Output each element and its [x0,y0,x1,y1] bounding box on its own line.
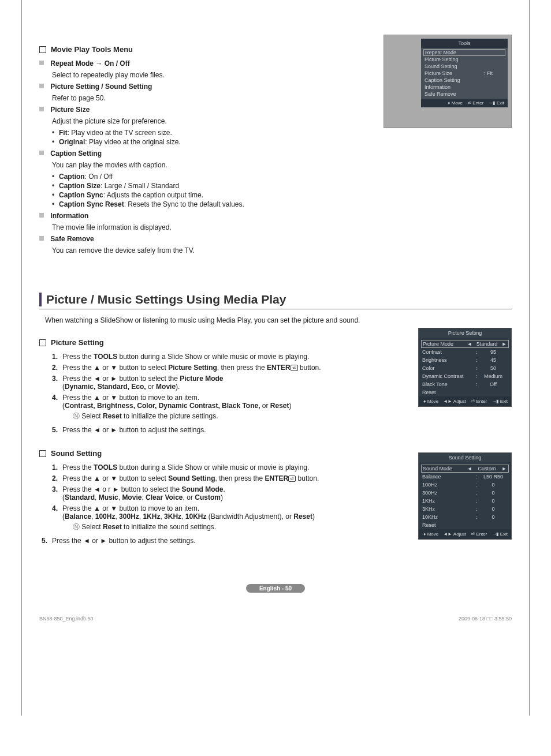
item-picture-sound-setting: Picture Setting / Sound Setting [39,83,372,91]
square-bullet-icon [39,107,44,111]
tools-osd: Tools Repeat Mode Picture Setting Sound … [421,39,508,107]
enter-hint: ⏎ Enter [467,100,483,106]
osd-row: Balance:L50 R50 [419,473,511,481]
osd-row: Picture Size:Fit [421,70,508,77]
osd-row: Dynamic Contrast:Medium [419,372,511,380]
osd-title: Sound Setting [419,453,511,462]
right-arrow-icon: ► [501,466,507,471]
exit-hint: →▮ Exit [492,532,508,537]
osd-row: Contrast:95 [419,348,511,356]
exit-hint: →▮ Exit [492,399,508,404]
enter-icon: ⏎ [291,365,298,371]
list-item: 3.Press the ◄ or ► button to select the … [52,375,407,391]
item-title: Picture Size [50,106,90,114]
item-caption-setting: Caption Setting [39,149,372,158]
osd-row: 3KHz:0 [419,505,511,513]
heading-text: Sound Setting [51,449,102,458]
osd-footer: ♦ Move ◄► Adjust ⏎ Enter →▮ Exit [419,396,511,406]
list-item: 1.Press the TOOLS button during a Slide … [52,463,407,471]
list-item: 2.Press the ▲ or ▼ button to select Soun… [52,474,407,482]
move-hint: ♦ Move [448,100,463,106]
osd-footer: ♦ Move ⏎ Enter →▮ Exit [421,99,508,107]
square-bullet-icon [39,213,44,218]
tv-preview-image: Tools Repeat Mode Picture Setting Sound … [384,35,512,128]
list-item: 5.Press the ◄ or ► button to adjust the … [52,426,407,434]
picture-setting-osd: Picture Setting Picture Mode◄Standard► C… [418,328,512,407]
print-foot-left: BN68-850_Eng.indb 50 [39,616,94,622]
bullet-item: Caption: On / Off [52,173,372,181]
item-title: Safe Remove [50,235,94,243]
bullet-item: Original: Play video at the original siz… [52,138,372,146]
osd-footer: ♦ Move ◄► Adjust ⏎ Enter →▮ Exit [419,529,511,539]
square-bullet-icon [39,61,44,65]
osd-row: Reset [419,521,511,529]
print-footer: BN68-850_Eng.indb 50 2009-06-18 □□ 3:55:… [39,616,512,622]
osd-title: Picture Setting [419,328,511,338]
list-item: 5.Press the ◄ or ► button to adjust the … [42,537,407,545]
intro-paragraph: When watching a SlideShow or listening t… [45,316,512,324]
item-title: Repeat Mode → On / Off [50,59,129,68]
item-picture-size: Picture Size [39,106,372,114]
bullet-item: Caption Size: Large / Small / Standard [52,182,372,190]
bullet-item: Caption Sync Reset: Resets the Sync to t… [52,200,372,208]
left-arrow-icon: ◄ [467,341,472,347]
checkbox-icon [39,339,46,346]
bullet-list: Fit: Play video at the TV screen size. O… [52,129,372,146]
major-heading: Picture / Music Settings Using Media Pla… [39,293,512,309]
exit-hint: →▮ Exit [488,100,504,106]
osd-row: Sound Setting [421,63,508,70]
osd-row-selected: Sound Mode◄Custom► [421,465,509,473]
list-item: 4.Press the ▲ or ▼ button to move to an … [52,504,407,534]
left-arrow-icon: ◄ [467,466,472,471]
osd-row-selected: Picture Mode◄Standard► [421,340,509,348]
osd-row: 300Hz:0 [419,489,511,497]
osd-row: Safe Remove [421,91,508,98]
item-desc: Select to repeatedly play movie files. [52,71,372,79]
move-hint: ♦ Move [423,399,438,404]
square-bullet-icon [39,151,44,155]
ordered-list: 1.Press the TOOLS button during a Slide … [52,463,407,545]
checkbox-icon [39,46,46,53]
heading-text: Movie Play Tools Menu [51,45,133,54]
item-desc: You can remove the device safely from th… [52,246,372,255]
adjust-hint: ◄► Adjust [443,399,466,404]
bullet-item: Fit: Play video at the TV screen size. [52,129,372,137]
checkbox-icon [39,450,46,457]
item-repeat-mode: Repeat Mode → On / Off [39,59,372,68]
enter-hint: ⏎ Enter [471,532,487,537]
osd-row: 10KHz:0 [419,513,511,521]
list-item: 3.Press the ◄ o r ► button to select the… [52,485,407,501]
move-hint: ♦ Move [423,532,438,537]
adjust-hint: ◄► Adjust [443,532,466,537]
osd-row: Color:50 [419,364,511,372]
enter-icon: ⏎ [288,476,296,482]
item-title: Information [50,212,88,220]
osd-row: Reset [419,388,511,396]
enter-hint: ⏎ Enter [471,399,487,404]
section-heading-movie-tools: Movie Play Tools Menu [39,45,372,54]
osd-row: Picture Setting [421,56,508,63]
osd-title: Tools [421,39,508,48]
item-title: Caption Setting [50,149,102,158]
note: Select Reset to initialize the picture s… [73,411,407,421]
item-safe-remove: Safe Remove [39,235,372,243]
item-desc: Adjust the picture size for preference. [52,117,372,125]
major-heading-text: Picture / Music Settings Using Media Pla… [46,293,286,306]
square-bullet-icon [39,236,44,241]
heading-text: Picture Setting [51,338,104,347]
list-item: 1.Press the TOOLS button during a Slide … [52,353,407,361]
osd-row: Information [421,84,508,91]
page-number-badge: English - 50 [246,584,305,593]
square-bullet-icon [39,84,44,88]
heading-accent [39,293,42,306]
bullet-item: Caption Sync: Adjusts the caption output… [52,191,372,199]
note: Select Reset to initialize the sound set… [73,522,407,532]
osd-row: Black Tone:Off [419,380,511,388]
manual-page: Movie Play Tools Menu Repeat Mode → On /… [21,0,530,716]
ordered-list: 1.Press the TOOLS button during a Slide … [52,353,407,434]
osd-row: Brightness:45 [419,356,511,364]
osd-row: Caption Setting [421,77,508,84]
section-heading-sound-setting: Sound Setting [39,449,407,458]
sound-setting-osd: Sound Setting Sound Mode◄Custom► Balance… [418,452,512,540]
right-arrow-icon: ► [501,341,507,347]
